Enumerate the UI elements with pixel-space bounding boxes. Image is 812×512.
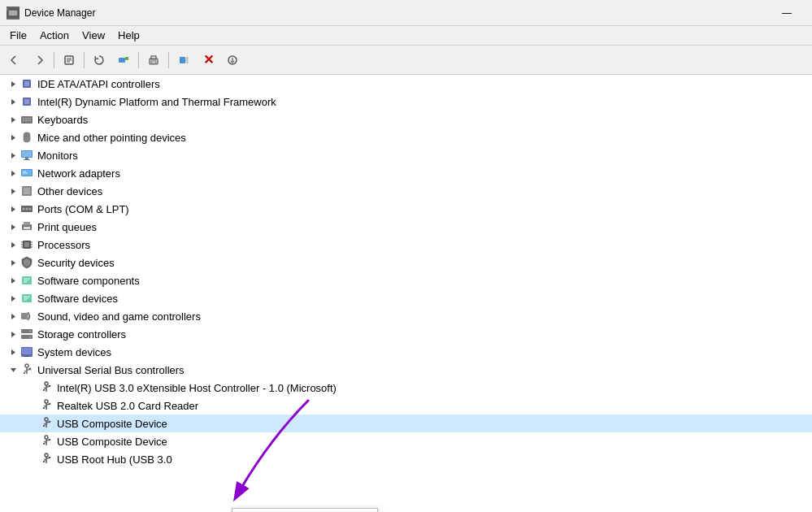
label-system: System devices — [37, 346, 111, 358]
toolbar-sep-1 — [54, 52, 54, 68]
action-button[interactable] — [112, 49, 135, 72]
expand-arrow-usb-composite1 — [26, 417, 39, 430]
expand-arrow-usb-root-hub — [26, 453, 39, 466]
expand-arrow-sound — [7, 310, 20, 323]
context-menu-update-driver[interactable]: Update driver — [232, 509, 377, 512]
label-intel-thermal: Intel(R) Dynamic Platform and Thermal Fr… — [37, 96, 276, 108]
svg-rect-12 — [180, 57, 185, 63]
tree-item-usb-realtek[interactable]: Realtek USB 2.0 Card Reader — [0, 397, 812, 414]
expand-arrow-keyboards — [7, 113, 20, 126]
svg-point-88 — [45, 418, 48, 421]
svg-rect-44 — [24, 222, 30, 225]
tree-item-intel-thermal[interactable]: Intel(R) Dynamic Platform and Thermal Fr… — [0, 93, 812, 111]
tree-item-storage[interactable]: Storage controllers — [0, 325, 812, 343]
expand-arrow-software-devices — [7, 292, 20, 305]
toolbar-sep-4 — [168, 52, 169, 68]
tree-item-processors[interactable]: Processors — [0, 236, 812, 254]
tree-item-other[interactable]: Other devices — [0, 182, 812, 200]
tree-item-print-queues[interactable]: Print queues — [0, 218, 812, 236]
tree-item-keyboards[interactable]: Keyboards — [0, 111, 812, 128]
svg-point-105 — [49, 457, 51, 459]
menu-help[interactable]: Help — [111, 28, 146, 43]
menu-file[interactable]: File — [3, 28, 33, 43]
toolbar-sep-2 — [84, 52, 85, 68]
label-usb-root-hub: USB Root Hub (USB 3.0 — [57, 453, 172, 466]
label-other: Other devices — [37, 185, 102, 197]
expand-arrow-print-queues — [7, 220, 20, 233]
icon-ide — [20, 76, 34, 91]
expand-arrow-intel-thermal — [7, 95, 20, 108]
expand-arrow-usb — [7, 363, 20, 376]
icon-usb-root-hub — [39, 452, 54, 466]
tree-item-network[interactable]: Network adapters — [0, 164, 812, 182]
label-storage: Storage controllers — [37, 328, 126, 341]
icon-other — [20, 184, 34, 198]
svg-rect-38 — [24, 188, 30, 194]
label-usb-composite2: USB Composite Device — [57, 436, 167, 448]
svg-rect-29 — [22, 151, 32, 157]
svg-rect-104 — [43, 461, 45, 462]
icon-monitors — [20, 148, 34, 163]
tree-item-system[interactable]: System devices — [0, 343, 812, 361]
icon-security — [20, 255, 34, 270]
svg-point-40 — [23, 208, 25, 210]
svg-rect-15 — [24, 81, 29, 86]
expand-arrow-ports — [7, 202, 20, 215]
svg-point-76 — [45, 382, 48, 385]
expand-arrow-usb-intel — [26, 381, 39, 394]
properties-button[interactable] — [58, 49, 80, 72]
tree-item-usb-composite1[interactable]: USB Composite Device — [0, 414, 812, 432]
tree-item-usb-intel[interactable]: Intel(R) USB 3.0 eXtensible Host Control… — [0, 379, 812, 397]
svg-rect-2 — [7, 8, 8, 11]
svg-rect-11 — [151, 61, 156, 63]
label-ports: Ports (COM & LPT) — [37, 203, 129, 215]
svg-point-81 — [49, 385, 51, 388]
label-processors: Processors — [37, 239, 90, 251]
forward-button[interactable] — [28, 49, 50, 72]
svg-rect-10 — [151, 56, 156, 59]
svg-rect-24 — [25, 120, 28, 122]
expand-arrow-software-components — [7, 274, 20, 287]
tree-item-software-components[interactable]: Software components — [0, 271, 812, 289]
svg-rect-98 — [43, 443, 45, 445]
download-button[interactable] — [221, 49, 244, 72]
svg-rect-47 — [24, 242, 29, 247]
svg-rect-25 — [29, 120, 31, 122]
tree-item-usb-composite2[interactable]: USB Composite Device — [0, 432, 812, 450]
tree-item-usb-root-hub[interactable]: USB Root Hub (USB 3.0 — [0, 450, 812, 468]
scan-button[interactable] — [172, 49, 195, 72]
print-button[interactable] — [142, 49, 165, 72]
icon-mice — [20, 130, 34, 145]
context-menu: Update driver Disable device Uninstall d… — [232, 508, 378, 512]
error-button[interactable]: ✕ — [197, 49, 219, 72]
menu-view[interactable]: View — [76, 28, 111, 43]
svg-rect-74 — [24, 372, 25, 374]
svg-point-93 — [49, 421, 51, 423]
tree-item-security[interactable]: Security devices — [0, 254, 812, 271]
device-tree[interactable]: IDE ATA/ATAPI controllersIntel(R) Dynami… — [0, 75, 812, 512]
tree-item-sound[interactable]: Sound, video and game controllers — [0, 307, 812, 325]
tree-item-ports[interactable]: Ports (COM & LPT) — [0, 200, 812, 218]
icon-usb — [20, 362, 34, 377]
refresh-button[interactable] — [88, 49, 111, 72]
svg-rect-92 — [43, 425, 45, 427]
label-print-queues: Print queues — [37, 221, 97, 233]
minimize-button[interactable]: — — [768, 0, 805, 26]
icon-software-components — [20, 273, 34, 288]
tree-item-monitors[interactable]: Monitors — [0, 146, 812, 164]
expand-arrow-system — [7, 345, 20, 358]
menu-action[interactable]: Action — [33, 28, 76, 43]
tree-item-software-devices[interactable]: Software devices — [0, 289, 812, 307]
svg-rect-21 — [28, 118, 29, 119]
expand-arrow-storage — [7, 328, 20, 341]
tree-item-mice[interactable]: Mice and other pointing devices — [0, 128, 812, 146]
svg-rect-17 — [24, 99, 29, 104]
label-security: Security devices — [37, 257, 115, 269]
tree-item-ide[interactable]: IDE ATA/ATAPI controllers — [0, 75, 812, 93]
expand-arrow-other — [7, 184, 20, 197]
icon-sound — [20, 309, 34, 323]
icon-usb-composite2 — [39, 434, 54, 449]
expand-arrow-monitors — [7, 149, 20, 162]
back-button[interactable] — [3, 49, 26, 72]
tree-item-usb[interactable]: Universal Serial Bus controllers — [0, 361, 812, 379]
